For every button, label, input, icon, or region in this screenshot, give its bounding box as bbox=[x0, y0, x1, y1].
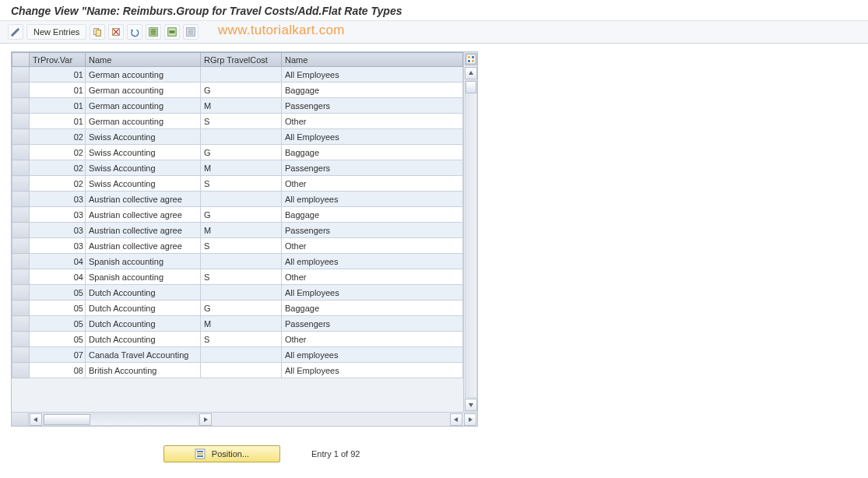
cell-trprov-var[interactable]: 03 bbox=[30, 223, 86, 238]
cell-rgrp[interactable] bbox=[201, 347, 282, 363]
horizontal-scroll-thumb[interactable] bbox=[44, 414, 90, 425]
cell-name1[interactable]: Dutch Accounting bbox=[86, 285, 201, 301]
column-header[interactable]: TrProv.Var bbox=[30, 53, 86, 67]
scroll-right-end-button[interactable] bbox=[464, 413, 476, 426]
column-header[interactable]: RGrp TravelCost bbox=[201, 53, 282, 67]
cell-name1[interactable]: Dutch Accounting bbox=[86, 332, 201, 347]
cell-name1[interactable]: German accounting bbox=[86, 114, 201, 129]
position-button[interactable]: Position... bbox=[163, 445, 280, 462]
row-selector[interactable] bbox=[12, 316, 30, 332]
row-selector[interactable] bbox=[12, 83, 30, 98]
row-selector[interactable] bbox=[12, 254, 30, 269]
cell-rgrp[interactable]: S bbox=[201, 176, 282, 192]
row-selector-header[interactable] bbox=[12, 53, 30, 67]
cell-trprov-var[interactable]: 07 bbox=[30, 347, 86, 363]
cell-name2[interactable]: Baggage bbox=[282, 301, 463, 316]
select-block-button[interactable] bbox=[164, 24, 180, 40]
table-settings-button[interactable] bbox=[465, 53, 477, 65]
column-header[interactable]: Name bbox=[282, 53, 463, 67]
cell-rgrp[interactable]: M bbox=[201, 98, 282, 114]
column-header[interactable]: Name bbox=[86, 53, 201, 67]
scroll-down-button[interactable] bbox=[465, 399, 477, 411]
cell-trprov-var[interactable]: 04 bbox=[30, 269, 86, 285]
cell-name1[interactable]: German accounting bbox=[86, 83, 201, 98]
cell-rgrp[interactable] bbox=[201, 67, 282, 83]
row-selector[interactable] bbox=[12, 192, 30, 207]
cell-rgrp[interactable]: G bbox=[201, 207, 282, 223]
cell-trprov-var[interactable]: 01 bbox=[30, 67, 86, 83]
row-selector[interactable] bbox=[12, 98, 30, 114]
row-selector[interactable] bbox=[12, 238, 30, 254]
cell-name1[interactable]: Swiss Accounting bbox=[86, 145, 201, 160]
cell-name1[interactable]: Austrian collective agree bbox=[86, 238, 201, 254]
scroll-up-button[interactable] bbox=[465, 67, 477, 79]
cell-name2[interactable]: All employees bbox=[282, 254, 463, 269]
row-selector[interactable] bbox=[12, 207, 30, 223]
delete-button[interactable] bbox=[108, 24, 124, 40]
cell-name1[interactable]: Austrian collective agree bbox=[86, 223, 201, 238]
cell-name1[interactable]: British Accounting bbox=[86, 363, 201, 378]
row-selector[interactable] bbox=[12, 332, 30, 347]
cell-trprov-var[interactable]: 03 bbox=[30, 207, 86, 223]
cell-name1[interactable]: Swiss Accounting bbox=[86, 129, 201, 145]
cell-trprov-var[interactable]: 05 bbox=[30, 301, 86, 316]
cell-rgrp[interactable]: S bbox=[201, 269, 282, 285]
cell-trprov-var[interactable]: 02 bbox=[30, 129, 86, 145]
toggle-change-button[interactable] bbox=[8, 24, 23, 40]
cell-name1[interactable]: Swiss Accounting bbox=[86, 160, 201, 176]
row-selector[interactable] bbox=[12, 269, 30, 285]
row-selector[interactable] bbox=[12, 301, 30, 316]
horizontal-scroll-track[interactable] bbox=[43, 413, 199, 426]
copy-button[interactable] bbox=[90, 24, 105, 40]
cell-trprov-var[interactable]: 08 bbox=[30, 363, 86, 378]
row-selector[interactable] bbox=[12, 285, 30, 301]
cell-name1[interactable]: Dutch Accounting bbox=[86, 301, 201, 316]
cell-trprov-var[interactable]: 01 bbox=[30, 114, 86, 129]
cell-name2[interactable]: All employees bbox=[282, 192, 463, 207]
cell-name2[interactable]: Baggage bbox=[282, 145, 463, 160]
cell-name2[interactable]: All Employees bbox=[282, 67, 463, 83]
cell-rgrp[interactable]: M bbox=[201, 160, 282, 176]
cell-name2[interactable]: Baggage bbox=[282, 207, 463, 223]
scroll-right-inner-button[interactable] bbox=[199, 413, 212, 426]
cell-rgrp[interactable]: G bbox=[201, 83, 282, 98]
cell-name1[interactable]: Austrian collective agree bbox=[86, 207, 201, 223]
vertical-scroll-track[interactable] bbox=[465, 80, 477, 398]
cell-rgrp[interactable] bbox=[201, 129, 282, 145]
undo-button[interactable] bbox=[127, 24, 142, 40]
cell-rgrp[interactable] bbox=[201, 285, 282, 301]
cell-name1[interactable]: Canada Travel Accounting bbox=[86, 347, 201, 363]
cell-name2[interactable]: Other bbox=[282, 114, 463, 129]
cell-name2[interactable]: Passengers bbox=[282, 160, 463, 176]
cell-name2[interactable]: Other bbox=[282, 238, 463, 254]
cell-trprov-var[interactable]: 04 bbox=[30, 254, 86, 269]
select-all-button[interactable] bbox=[146, 24, 161, 40]
vertical-scroll-thumb[interactable] bbox=[466, 81, 476, 93]
cell-name1[interactable]: German accounting bbox=[86, 98, 201, 114]
cell-rgrp[interactable]: S bbox=[201, 114, 282, 129]
cell-name2[interactable]: All Employees bbox=[282, 363, 463, 378]
cell-rgrp[interactable]: M bbox=[201, 316, 282, 332]
cell-trprov-var[interactable]: 05 bbox=[30, 316, 86, 332]
deselect-all-button[interactable] bbox=[183, 24, 199, 40]
cell-name2[interactable]: Baggage bbox=[282, 83, 463, 98]
cell-trprov-var[interactable]: 03 bbox=[30, 238, 86, 254]
cell-name1[interactable]: Austrian collective agree bbox=[86, 192, 201, 207]
cell-name2[interactable]: Passengers bbox=[282, 316, 463, 332]
cell-trprov-var[interactable]: 02 bbox=[30, 145, 86, 160]
cell-rgrp[interactable] bbox=[201, 254, 282, 269]
row-selector[interactable] bbox=[12, 145, 30, 160]
row-selector[interactable] bbox=[12, 363, 30, 378]
cell-trprov-var[interactable]: 01 bbox=[30, 98, 86, 114]
cell-trprov-var[interactable]: 02 bbox=[30, 176, 86, 192]
row-selector[interactable] bbox=[12, 129, 30, 145]
cell-name2[interactable]: Passengers bbox=[282, 223, 463, 238]
cell-name2[interactable]: Other bbox=[282, 269, 463, 285]
row-selector[interactable] bbox=[12, 176, 30, 192]
cell-name1[interactable]: Spanish accounting bbox=[86, 269, 201, 285]
cell-rgrp[interactable]: M bbox=[201, 223, 282, 238]
cell-trprov-var[interactable]: 01 bbox=[30, 83, 86, 98]
cell-rgrp[interactable]: G bbox=[201, 301, 282, 316]
cell-name1[interactable]: Dutch Accounting bbox=[86, 316, 201, 332]
row-selector[interactable] bbox=[12, 114, 30, 129]
